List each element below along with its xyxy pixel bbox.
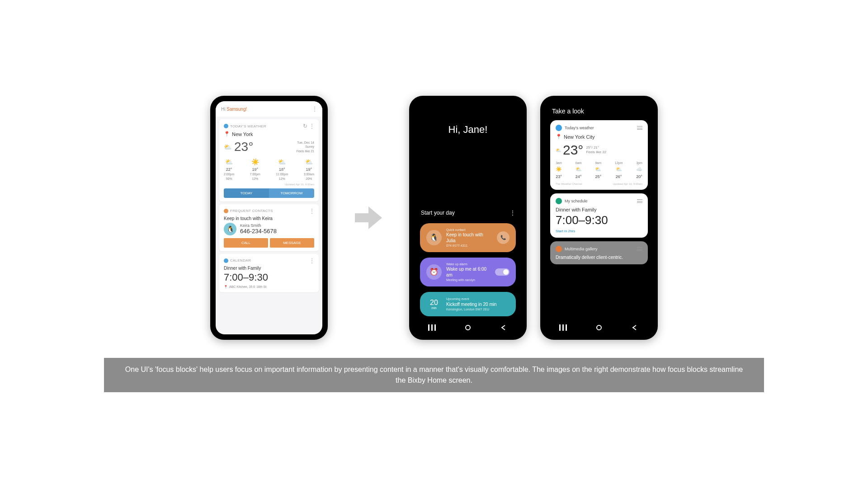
contact-name: Keira Smith (240, 223, 277, 228)
weather-temp: 23° (563, 142, 583, 158)
greeting-name: Samsung! (226, 107, 247, 112)
calendar-icon (224, 258, 228, 263)
hourly-item: ⛅18°11:00pm12% (276, 158, 288, 181)
schedule-start: Start in 2hrs (556, 229, 642, 233)
alarm-icon: ⏰ (426, 264, 442, 280)
svg-point-3 (466, 325, 470, 330)
event-location: ABC Kitchen, 35 E 18th St (229, 285, 266, 288)
schedule-card[interactable]: My schedule Dinner with Family 7:00–9:30… (550, 193, 648, 238)
card-more-icon[interactable]: ⋮ (309, 208, 314, 214)
alarm-block[interactable]: ⏰ Wake up alarm Wake up me at 6:00 am Me… (420, 258, 516, 286)
weather-updated: Updated Apr 16, 9:00am (285, 183, 314, 186)
calendar-label: CALENDAR (230, 258, 251, 263)
card-menu-icon[interactable] (637, 247, 642, 251)
card-menu-icon[interactable] (637, 126, 642, 130)
gallery-icon (556, 246, 562, 252)
weather-location: New York (232, 131, 253, 137)
calendar-card[interactable]: CALENDAR ⋮ Dinner with Family 7:00–9:30 … (219, 254, 319, 292)
block-title: Kickoff meeting in 20 min (446, 301, 509, 307)
weather-feels: Feels like 21 (297, 149, 314, 153)
svg-rect-0 (428, 324, 429, 331)
event-title: Dinner with Family (224, 266, 314, 271)
screen-old: Hi Samsung! ⋮ TODAY'S WEATHER ↻ ⋮ 📍New Y… (216, 101, 322, 334)
recents-button[interactable] (559, 324, 567, 331)
weather-card[interactable]: Today's weather 📍New York City ⛅ 23° 25°… (550, 120, 648, 190)
comparison-stage: Hi Samsung! ⋮ TODAY'S WEATHER ↻ ⋮ 📍New Y… (104, 96, 764, 392)
screen-look: Take a look Today's weather 📍New York Ci… (546, 101, 652, 334)
weather-date: Tue, Dec 14 (297, 141, 314, 145)
recents-button[interactable] (428, 324, 436, 331)
nav-bar (546, 319, 652, 334)
nav-bar (415, 319, 521, 334)
card-more-icon[interactable]: ⋮ (309, 123, 314, 129)
message-button[interactable]: MESSAGE (270, 238, 314, 248)
pin-icon: 📍 (224, 285, 228, 289)
weather-feels: Feels like 22 (586, 150, 606, 155)
block-label: Upcoming event (446, 297, 509, 301)
more-icon[interactable]: ⋮ (312, 106, 317, 112)
card-more-icon[interactable]: ⋮ (309, 258, 314, 264)
tab-today[interactable]: TODAY (224, 188, 269, 198)
caption: One UI's 'focus blocks' help users focus… (104, 358, 764, 392)
contacts-icon (224, 209, 228, 213)
svg-rect-6 (566, 324, 567, 331)
weather-source: The Weather Channel (556, 183, 582, 185)
hourly-item: 6am⛅24° (576, 160, 582, 180)
phone-take-a-look: Take a look Today's weather 📍New York Ci… (540, 96, 658, 340)
section-title: Take a look (546, 101, 652, 118)
alarm-toggle[interactable] (495, 268, 509, 276)
weather-hilo: 25°/ 21° (586, 145, 606, 150)
home-button[interactable] (595, 324, 603, 331)
tab-tomorrow[interactable]: TOMORROW (269, 188, 314, 198)
countdown-icon: 20min (426, 296, 442, 312)
weather-tabs[interactable]: TODAY TOMORROW (224, 188, 314, 198)
hourly-item: ⛅22°2:00pm50% (224, 158, 234, 181)
svg-rect-2 (434, 324, 436, 331)
weather-label: Today's weather (565, 126, 594, 130)
weather-card[interactable]: TODAY'S WEATHER ↻ ⋮ 📍New York ⛅ 23° Tue,… (219, 119, 319, 202)
hourly-item: ⛅19°3:00am20% (304, 158, 314, 181)
contacts-label: FREQUENT CONTACTS (230, 209, 273, 213)
block-label: Quick contact (446, 228, 492, 232)
weather-icon (224, 124, 228, 128)
weather-temp: 23° (234, 140, 253, 154)
svg-rect-1 (431, 324, 433, 331)
call-button[interactable]: CALL (224, 238, 268, 248)
avatar: 🐧 (426, 230, 442, 245)
gallery-card[interactable]: Multimedia gallery Dramatically deliver … (550, 241, 648, 264)
weather-icon (556, 125, 562, 131)
contact-block[interactable]: 🐧 Quick contact Keep in touch with Julia… (420, 223, 516, 252)
block-title: Keep in touch with Julia (446, 232, 492, 244)
event-time: 7:00–9:30 (224, 272, 314, 283)
call-icon[interactable]: 📞 (497, 231, 509, 244)
home-button[interactable] (464, 324, 472, 331)
phones-row: Hi Samsung! ⋮ TODAY'S WEATHER ↻ ⋮ 📍New Y… (104, 96, 764, 340)
section-title: Start your day (421, 210, 455, 216)
weather-condition-icon: ⛅ (556, 148, 561, 153)
weather-cond: Sunny (297, 145, 314, 149)
schedule-time: 7:00–9:30 (556, 213, 642, 227)
contacts-card[interactable]: FREQUENT CONTACTS ⋮ Keep in touch with K… (219, 204, 319, 251)
svg-rect-4 (559, 324, 561, 331)
back-button[interactable] (631, 324, 639, 331)
greeting: Hi, Jane! (415, 124, 521, 136)
hourly-item: 3pm☁️20° (636, 160, 642, 180)
hourly-item: 3am☀️23° (556, 160, 562, 180)
screen-focus: Hi, Jane! Start your day ⋮ 🐧 Quick conta… (415, 101, 521, 334)
hourly-item: ☀️19°7:00pm12% (250, 158, 260, 181)
card-menu-icon[interactable] (637, 199, 642, 203)
hourly-item: 9am⛅25° (595, 160, 601, 180)
weather-condition-icon: ⛅ (224, 143, 231, 150)
event-block[interactable]: 20min Upcoming event Kickoff meeting in … (420, 292, 516, 316)
back-button[interactable] (500, 324, 508, 331)
more-icon[interactable]: ⋮ (510, 210, 515, 216)
block-sub: 074-9177-4311 (446, 244, 492, 248)
weather-label: TODAY'S WEATHER (230, 124, 266, 128)
svg-point-7 (597, 325, 601, 330)
gallery-sub: Dramatically deliver client-centric. (556, 255, 642, 260)
block-title: Wake up me at 6:00 am (446, 266, 491, 278)
phone-focus-blocks: Hi, Jane! Start your day ⋮ 🐧 Quick conta… (409, 96, 527, 340)
block-sub: Meeting with carolyn (446, 278, 491, 282)
refresh-icon[interactable]: ↻ (303, 123, 307, 129)
pin-icon: 📍 (556, 134, 562, 140)
